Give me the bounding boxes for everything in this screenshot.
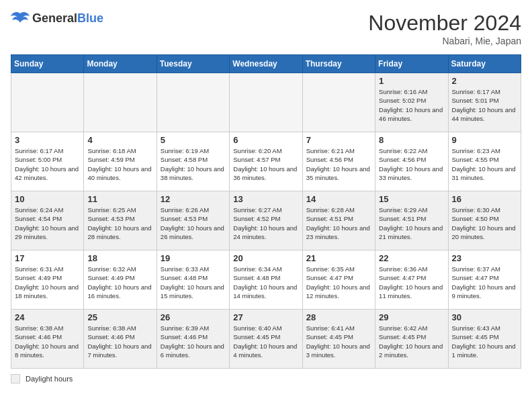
calendar-cell: 4Sunrise: 6:18 AMSunset: 4:59 PMDaylight… [84,132,157,191]
day-info: Sunrise: 6:33 AMSunset: 4:48 PMDaylight:… [161,265,226,300]
month-title: November 2024 [368,11,521,36]
logo: GeneralBlue [11,11,103,26]
day-number: 1 [379,76,444,86]
calendar-table: SundayMondayTuesdayWednesdayThursdayFrid… [11,54,521,369]
day-info: Sunrise: 6:21 AMSunset: 4:56 PMDaylight:… [306,146,371,182]
day-number: 2 [452,76,517,86]
calendar-cell [230,73,302,132]
day-number: 16 [452,194,517,204]
calendar-cell: 15Sunrise: 6:29 AMSunset: 4:51 PMDayligh… [375,191,448,250]
day-number: 18 [87,253,152,263]
day-info: Sunrise: 6:26 AMSunset: 4:53 PMDaylight:… [161,205,226,241]
day-info: Sunrise: 6:23 AMSunset: 4:55 PMDaylight:… [452,146,517,182]
day-number: 5 [161,135,226,145]
day-number: 3 [15,135,80,145]
calendar-cell: 30Sunrise: 6:43 AMSunset: 4:45 PMDayligh… [448,310,521,369]
day-info: Sunrise: 6:18 AMSunset: 4:59 PMDaylight:… [87,146,152,182]
calendar-week-row: 10Sunrise: 6:24 AMSunset: 4:54 PMDayligh… [11,191,521,250]
title-block: November 2024 Nabari, Mie, Japan [368,11,521,46]
calendar-cell: 10Sunrise: 6:24 AMSunset: 4:54 PMDayligh… [11,191,84,250]
calendar-cell: 6Sunrise: 6:20 AMSunset: 4:57 PMDaylight… [230,132,302,191]
day-info: Sunrise: 6:32 AMSunset: 4:49 PMDaylight:… [87,265,152,300]
weekday-header-friday: Friday [375,55,448,73]
day-info: Sunrise: 6:39 AMSunset: 4:46 PMDaylight:… [161,324,226,359]
day-number: 15 [379,194,444,204]
day-info: Sunrise: 6:24 AMSunset: 4:54 PMDaylight:… [15,205,80,241]
day-info: Sunrise: 6:28 AMSunset: 4:51 PMDaylight:… [306,205,371,241]
logo-text: GeneralBlue [32,11,103,26]
day-info: Sunrise: 6:30 AMSunset: 4:50 PMDaylight:… [452,205,517,241]
day-number: 4 [87,135,152,145]
legend: Daylight hours [11,374,521,383]
calendar-cell: 20Sunrise: 6:34 AMSunset: 4:48 PMDayligh… [230,250,302,310]
day-info: Sunrise: 6:35 AMSunset: 4:47 PMDaylight:… [306,265,371,300]
day-number: 22 [379,253,444,263]
day-info: Sunrise: 6:27 AMSunset: 4:52 PMDaylight:… [233,205,298,241]
legend-box [11,374,20,383]
calendar-cell: 1Sunrise: 6:16 AMSunset: 5:02 PMDaylight… [375,73,448,132]
day-info: Sunrise: 6:22 AMSunset: 4:56 PMDaylight:… [379,146,444,182]
day-number: 28 [306,312,371,322]
day-number: 23 [452,253,517,263]
day-info: Sunrise: 6:37 AMSunset: 4:47 PMDaylight:… [452,265,517,300]
day-info: Sunrise: 6:42 AMSunset: 4:45 PMDaylight:… [379,324,444,359]
calendar-cell: 2Sunrise: 6:17 AMSunset: 5:01 PMDaylight… [448,73,521,132]
weekday-header-sunday: Sunday [11,55,84,73]
calendar-cell: 28Sunrise: 6:41 AMSunset: 4:45 PMDayligh… [302,310,375,369]
calendar-week-row: 3Sunrise: 6:17 AMSunset: 5:00 PMDaylight… [11,132,521,191]
day-info: Sunrise: 6:38 AMSunset: 4:46 PMDaylight:… [87,324,152,359]
location: Nabari, Mie, Japan [368,36,521,46]
calendar-week-row: 1Sunrise: 6:16 AMSunset: 5:02 PMDaylight… [11,73,521,132]
calendar-cell: 19Sunrise: 6:33 AMSunset: 4:48 PMDayligh… [157,250,229,310]
calendar-cell: 12Sunrise: 6:26 AMSunset: 4:53 PMDayligh… [157,191,229,250]
calendar-cell: 8Sunrise: 6:22 AMSunset: 4:56 PMDaylight… [375,132,448,191]
day-info: Sunrise: 6:43 AMSunset: 4:45 PMDaylight:… [452,324,517,359]
day-info: Sunrise: 6:34 AMSunset: 4:48 PMDaylight:… [233,265,298,300]
calendar-cell: 26Sunrise: 6:39 AMSunset: 4:46 PMDayligh… [157,310,229,369]
day-number: 20 [233,253,298,263]
day-number: 6 [233,135,298,145]
calendar-cell: 16Sunrise: 6:30 AMSunset: 4:50 PMDayligh… [448,191,521,250]
day-info: Sunrise: 6:41 AMSunset: 4:45 PMDaylight:… [306,324,371,359]
calendar-cell: 18Sunrise: 6:32 AMSunset: 4:49 PMDayligh… [84,250,157,310]
calendar-cell: 7Sunrise: 6:21 AMSunset: 4:56 PMDaylight… [302,132,375,191]
calendar-cell [11,73,84,132]
day-number: 12 [161,194,226,204]
calendar-week-row: 24Sunrise: 6:38 AMSunset: 4:46 PMDayligh… [11,310,521,369]
calendar-week-row: 17Sunrise: 6:31 AMSunset: 4:49 PMDayligh… [11,250,521,310]
day-info: Sunrise: 6:17 AMSunset: 5:00 PMDaylight:… [15,146,80,182]
day-info: Sunrise: 6:40 AMSunset: 4:45 PMDaylight:… [233,324,298,359]
day-info: Sunrise: 6:25 AMSunset: 4:53 PMDaylight:… [87,205,152,241]
calendar-cell: 27Sunrise: 6:40 AMSunset: 4:45 PMDayligh… [230,310,302,369]
day-info: Sunrise: 6:20 AMSunset: 4:57 PMDaylight:… [233,146,298,182]
day-number: 19 [161,253,226,263]
day-info: Sunrise: 6:36 AMSunset: 4:47 PMDaylight:… [379,265,444,300]
day-number: 8 [379,135,444,145]
calendar-cell: 23Sunrise: 6:37 AMSunset: 4:47 PMDayligh… [448,250,521,310]
page-header: GeneralBlue November 2024 Nabari, Mie, J… [11,11,521,46]
day-number: 11 [87,194,152,204]
calendar-cell: 24Sunrise: 6:38 AMSunset: 4:46 PMDayligh… [11,310,84,369]
calendar-cell: 17Sunrise: 6:31 AMSunset: 4:49 PMDayligh… [11,250,84,310]
day-info: Sunrise: 6:31 AMSunset: 4:49 PMDaylight:… [15,265,80,300]
day-number: 30 [452,312,517,322]
weekday-header-row: SundayMondayTuesdayWednesdayThursdayFrid… [11,55,521,73]
day-info: Sunrise: 6:19 AMSunset: 4:58 PMDaylight:… [161,146,226,182]
day-number: 9 [452,135,517,145]
day-number: 27 [233,312,298,322]
day-number: 24 [15,312,80,322]
day-number: 26 [161,312,226,322]
calendar-cell [302,73,375,132]
day-number: 21 [306,253,371,263]
day-number: 13 [233,194,298,204]
day-number: 7 [306,135,371,145]
legend-label: Daylight hours [26,375,73,383]
calendar-cell [157,73,229,132]
weekday-header-monday: Monday [84,55,157,73]
day-number: 10 [15,194,80,204]
logo-blue: Blue [77,11,103,25]
calendar-cell: 25Sunrise: 6:38 AMSunset: 4:46 PMDayligh… [84,310,157,369]
calendar-cell: 22Sunrise: 6:36 AMSunset: 4:47 PMDayligh… [375,250,448,310]
calendar-cell: 9Sunrise: 6:23 AMSunset: 4:55 PMDaylight… [448,132,521,191]
calendar-cell [84,73,157,132]
